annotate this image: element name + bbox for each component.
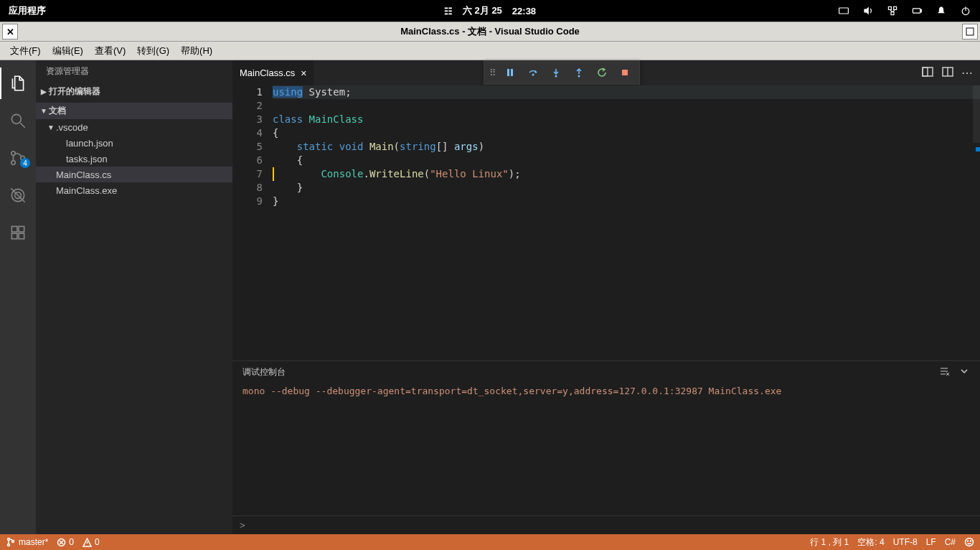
code-content[interactable]: using System;class MainClass{ static voi… [273,85,980,360]
svg-rect-25 [11,233,17,239]
panel-title[interactable]: 调试控制台 [242,366,938,378]
keyboard-icon[interactable] [838,5,849,17]
line-number: 3 [232,113,263,126]
menu-goto[interactable]: 转到(G) [131,42,175,60]
debug-console-input[interactable]: > [232,516,980,534]
cursor-position-status[interactable]: 行 1 , 列 1 [810,536,849,549]
code-line[interactable]: { [273,154,980,167]
console-output-line: mono --debug --debugger-agent=transport=… [242,386,970,396]
drag-handle-icon[interactable]: ⠿ [489,67,497,78]
code-line[interactable] [273,99,980,113]
tree-file-mainclass-exe[interactable]: MainClass.exe [36,182,232,198]
code-line[interactable]: { [273,126,980,140]
volume-icon[interactable] [862,5,874,17]
tree-file-mainclass-cs[interactable]: MainClass.cs [36,167,232,182]
debug-console-output[interactable]: mono --debug --debugger-agent=transport=… [232,383,980,516]
collapse-panel-icon[interactable] [958,365,970,379]
svg-point-53 [968,541,969,541]
menu-bar: 文件(F) 编辑(E) 查看(V) 转到(G) 帮助(H) [0,42,980,60]
time-text: 22:38 [512,6,536,17]
activity-extensions[interactable] [0,217,36,248]
errors-status[interactable]: 0 [57,537,74,547]
line-number: 5 [232,140,263,154]
more-icon[interactable]: ⋯ [961,66,973,80]
svg-point-29 [532,74,534,76]
chevron-down-icon: ▼ [39,107,49,115]
menu-help[interactable]: 帮助(H) [175,42,218,60]
menu-file[interactable]: 文件(F) [4,42,47,60]
debug-floating-toolbar[interactable]: ⠿ [484,60,640,85]
feedback-icon[interactable] [964,537,974,547]
calendar-icon: ☷ [444,6,453,17]
line-number: 1 [232,85,263,99]
svg-rect-36 [923,67,928,76]
explorer-title: 资源管理器 [36,60,232,82]
tree-file-tasks[interactable]: tasks.json [36,151,232,167]
window-maximize-button[interactable] [962,24,978,39]
window-close-button[interactable]: ✕ [2,24,18,39]
line-number: 4 [232,126,263,140]
code-line[interactable]: using System; [273,85,980,99]
language-status[interactable]: C# [945,537,956,547]
activity-debug[interactable] [0,180,36,211]
tab-label: MainClass.cs [240,67,295,78]
code-line[interactable]: static void Main(string[] args) [273,140,980,154]
error-count: 0 [69,537,74,547]
debug-stop-button[interactable] [615,62,635,83]
debug-step-out-button[interactable] [569,62,589,83]
git-branch-status[interactable]: master* [6,537,48,547]
battery-icon[interactable] [911,5,923,17]
activity-scm[interactable]: 4 [0,142,36,174]
code-editor[interactable]: 123456789 using System;class MainClass{ … [232,85,980,360]
open-editors-section[interactable]: ▶ 打开的编辑器 [36,83,232,100]
branch-name: master* [19,537,48,547]
chevron-right-icon: ▶ [39,88,49,95]
folder-section[interactable]: ▼ 文档 [36,103,232,119]
debug-step-into-button[interactable] [546,62,566,83]
minimap-slider[interactable] [973,85,980,143]
menu-edit[interactable]: 编辑(E) [47,42,89,60]
code-line[interactable]: Console.WriteLine("Hello Linux"); [273,167,980,181]
activity-explorer[interactable] [0,67,36,99]
encoding-status[interactable]: UTF-8 [893,537,918,547]
editor-area: MainClass.cs × ⠿ ⋯ 123456789 [232,60,980,534]
code-line[interactable]: } [273,181,980,195]
date-text: 六 2月 25 [463,4,502,17]
svg-point-31 [555,75,557,78]
debug-pause-button[interactable] [500,62,520,83]
breakpoint-current-line-marker [273,167,274,181]
svg-rect-5 [888,6,891,9]
svg-rect-6 [894,6,897,9]
svg-rect-28 [511,69,513,76]
code-line[interactable]: } [273,195,980,208]
debug-restart-button[interactable] [592,62,612,83]
eol-status[interactable]: LF [926,537,936,547]
status-bar: master* 0 0 行 1 , 列 1 空格: 4 UTF-8 LF C# [0,534,980,550]
close-icon[interactable]: × [301,67,306,79]
menu-view[interactable]: 查看(V) [89,42,131,60]
warnings-status[interactable]: 0 [83,537,100,547]
svg-rect-14 [966,28,974,35]
notifications-icon[interactable] [936,5,947,17]
indentation-status[interactable]: 空格: 4 [857,536,884,549]
applications-menu[interactable]: 应用程序 [9,5,46,16]
code-line[interactable]: class MainClass [273,113,980,126]
chevron-down-icon: ▼ [46,123,56,131]
clear-console-icon[interactable] [938,365,950,379]
svg-rect-10 [913,9,920,13]
tree-folder-vscode[interactable]: ▼ .vscode [36,119,232,135]
svg-point-15 [11,114,21,123]
warning-count: 0 [95,537,100,547]
debug-step-over-button[interactable] [523,62,543,83]
split-editor-icon[interactable] [921,65,934,80]
svg-point-17 [11,152,15,155]
clock-area[interactable]: ☷ 六 2月 25 22:38 [444,4,536,17]
activity-search[interactable] [0,105,36,136]
svg-rect-0 [839,8,849,14]
line-number: 2 [232,99,263,113]
layout-icon[interactable] [941,65,954,80]
tree-file-launch[interactable]: launch.json [36,135,232,151]
power-icon[interactable] [960,5,971,17]
editor-tab-mainclass[interactable]: MainClass.cs × [232,60,314,85]
network-icon[interactable] [887,5,898,17]
